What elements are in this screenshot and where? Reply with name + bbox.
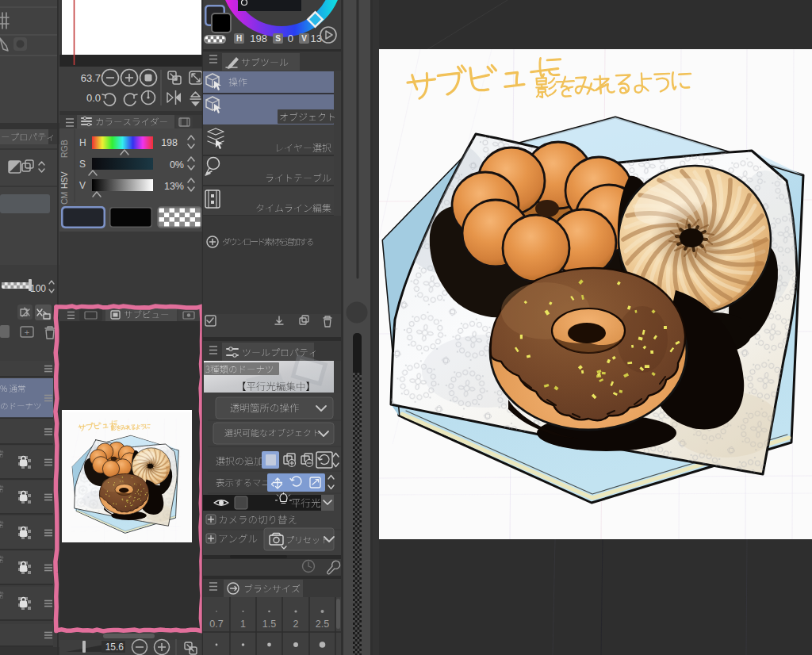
svg-text:HSV: HSV — [59, 171, 69, 189]
svg-text:V: V — [301, 34, 307, 43]
svg-text:1: 1 — [240, 619, 246, 630]
svg-text:0.7: 0.7 — [209, 619, 223, 630]
svg-text:13%: 13% — [164, 181, 184, 192]
svg-text:63.7: 63.7 — [81, 72, 101, 84]
svg-text:V: V — [79, 180, 86, 191]
svg-text:S: S — [275, 34, 281, 43]
svg-text:0: 0 — [288, 33, 293, 44]
svg-text:S: S — [79, 159, 86, 170]
svg-text:CM: CM — [59, 192, 69, 205]
svg-text:198: 198 — [161, 137, 178, 148]
svg-text:+: + — [25, 328, 29, 337]
svg-text:H: H — [236, 34, 242, 43]
svg-text:198: 198 — [250, 33, 267, 44]
svg-text:2.5: 2.5 — [316, 619, 329, 630]
svg-text:H: H — [79, 137, 86, 148]
svg-text:2: 2 — [293, 619, 299, 630]
svg-text:100: 100 — [30, 283, 46, 294]
svg-text:1.5: 1.5 — [262, 619, 276, 630]
svg-text:0%: 0% — [170, 159, 184, 170]
svg-text:RGB: RGB — [59, 140, 69, 158]
svg-text:0.0: 0.0 — [86, 92, 101, 104]
svg-text:15.6: 15.6 — [105, 642, 124, 653]
